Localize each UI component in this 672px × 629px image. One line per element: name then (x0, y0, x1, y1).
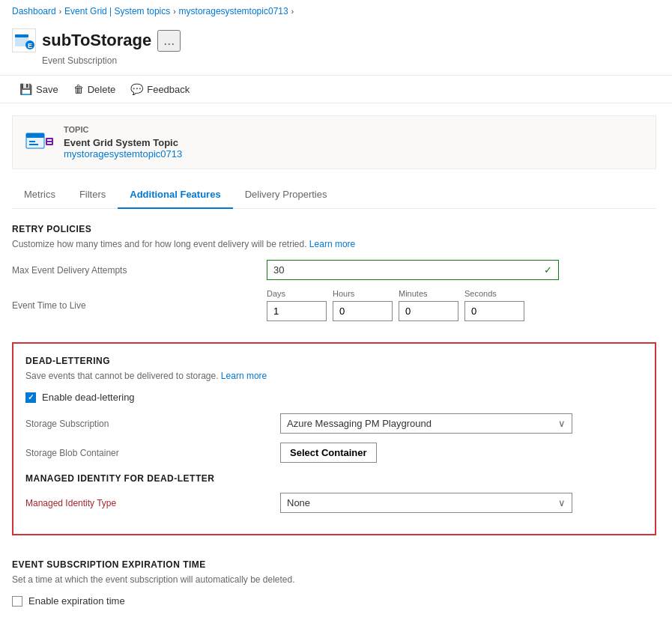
expiry-title: EVENT SUBSCRIPTION EXPIRATION TIME (12, 559, 656, 570)
dead-lettering-learn-more-link[interactable]: Learn more (221, 371, 267, 381)
svg-rect-7 (29, 144, 38, 145)
topic-card: TOPIC Event Grid System Topic mystorages… (12, 115, 656, 169)
expiry-desc: Set a time at which the event subscripti… (12, 574, 656, 585)
topic-link[interactable]: mystoragesystemtopic0713 (64, 148, 182, 159)
seconds-input[interactable] (464, 301, 524, 321)
retry-learn-more-link[interactable]: Learn more (309, 239, 355, 249)
svg-rect-9 (47, 139, 52, 141)
storage-subscription-select[interactable]: Azure Messaging PM Playground ∨ (280, 413, 572, 434)
tab-filters[interactable]: Filters (67, 181, 118, 209)
save-icon: 💾 (19, 83, 32, 95)
days-label: Days (267, 289, 327, 298)
storage-subscription-chevron-icon: ∨ (558, 418, 566, 429)
more-options-button[interactable]: ... (157, 30, 181, 52)
breadcrumb-chevron-3: › (291, 7, 294, 16)
max-attempts-label: Max Event Delivery Attempts (12, 265, 267, 276)
page-title: subToStorage (42, 31, 151, 50)
storage-blob-control: Select Container (280, 443, 643, 463)
delete-icon: 🗑 (73, 83, 84, 95)
storage-blob-label: Storage Blob Container (25, 448, 280, 458)
svg-rect-10 (47, 142, 52, 144)
managed-identity-chevron-icon: ∨ (558, 497, 566, 508)
breadcrumb-chevron-2: › (173, 7, 175, 16)
hours-input[interactable] (333, 301, 393, 321)
enable-dead-lettering-label[interactable]: Enable dead-lettering (42, 392, 135, 403)
max-attempts-control: 30 ✓ (267, 260, 656, 280)
svg-rect-6 (29, 141, 35, 142)
topic-label: TOPIC (64, 125, 182, 134)
storage-subscription-row: Storage Subscription Azure Messaging PM … (25, 413, 643, 434)
max-attempts-row: Max Event Delivery Attempts 30 ✓ (12, 260, 656, 280)
managed-identity-title: MANAGED IDENTITY FOR DEAD-LETTER (25, 473, 643, 484)
tabs: Metrics Filters Additional Features Deli… (12, 181, 656, 209)
svg-rect-1 (15, 34, 28, 37)
minutes-group: Minutes (399, 289, 458, 321)
hours-label: Hours (333, 289, 393, 298)
topic-icon-svg (25, 127, 55, 157)
dead-lettering-desc: Save events that cannot be delivered to … (25, 371, 643, 381)
delete-button[interactable]: 🗑 Delete (66, 80, 124, 98)
event-subscription-icon: E (13, 30, 34, 51)
enable-expiry-label[interactable]: Enable expiration time (28, 595, 125, 607)
topic-info: TOPIC Event Grid System Topic mystorages… (64, 125, 182, 159)
svg-text:E: E (28, 42, 32, 49)
checkbox-check-icon: ✓ (28, 393, 34, 401)
save-button[interactable]: 💾 Save (12, 80, 66, 98)
retry-policies-title: RETRY POLICIES (12, 224, 656, 234)
enable-expiry-row: Enable expiration time (12, 595, 656, 607)
ttl-control: Days Hours Minutes Seconds (267, 289, 656, 321)
toolbar: 💾 Save 🗑 Delete 💬 Feedback (0, 76, 672, 103)
storage-subscription-control: Azure Messaging PM Playground ∨ (280, 413, 643, 434)
minutes-label: Minutes (399, 289, 458, 298)
managed-identity-type-row: Managed Identity Type None ∨ (25, 493, 643, 513)
breadcrumb-topic[interactable]: mystoragesystemtopic0713 (179, 6, 288, 16)
managed-identity-type-select[interactable]: None ∨ (280, 493, 572, 513)
minutes-input[interactable] (399, 301, 458, 321)
svg-rect-5 (26, 133, 44, 138)
days-input[interactable] (267, 301, 327, 321)
enable-expiry-checkbox[interactable] (12, 596, 22, 607)
breadcrumb-dashboard[interactable]: Dashboard (12, 6, 56, 16)
feedback-icon: 💬 (130, 83, 143, 95)
ttl-label: Event Time to Live (12, 300, 267, 311)
hours-group: Hours (333, 289, 393, 321)
page-icon: E (12, 28, 36, 52)
enable-dead-lettering-row: ✓ Enable dead-lettering (25, 392, 643, 403)
content-area: TOPIC Event Grid System Topic mystorages… (0, 103, 672, 629)
topic-icon (25, 127, 55, 157)
max-attempts-select[interactable]: 30 ✓ (267, 260, 559, 280)
dead-lettering-section: DEAD-LETTERING Save events that cannot b… (12, 342, 656, 535)
page-header: E subToStorage ... Event Subscription (0, 22, 672, 76)
tab-additional-features[interactable]: Additional Features (118, 181, 232, 209)
seconds-group: Seconds (464, 289, 524, 321)
ttl-row: Event Time to Live Days Hours Minutes (12, 289, 656, 321)
managed-identity-type-control: None ∨ (280, 493, 643, 513)
storage-blob-row: Storage Blob Container Select Container (25, 443, 643, 463)
max-attempts-check-icon: ✓ (544, 264, 552, 276)
tab-metrics[interactable]: Metrics (12, 181, 67, 209)
enable-dead-lettering-checkbox[interactable]: ✓ (25, 392, 36, 403)
retry-policies-section: RETRY POLICIES Customize how many times … (12, 224, 656, 342)
dead-lettering-title: DEAD-LETTERING (25, 356, 643, 366)
page-subtitle: Event Subscription (42, 55, 660, 66)
seconds-label: Seconds (464, 289, 524, 298)
topic-name: Event Grid System Topic (64, 137, 182, 148)
days-group: Days (267, 289, 327, 321)
breadcrumb-chevron-1: › (59, 7, 61, 16)
breadcrumb: Dashboard › Event Grid | System topics ›… (0, 0, 672, 22)
select-container-button[interactable]: Select Container (280, 443, 377, 463)
tab-content: RETRY POLICIES Customize how many times … (12, 209, 656, 629)
svg-rect-8 (46, 138, 53, 145)
managed-identity-type-label: Managed Identity Type (25, 498, 280, 508)
tab-delivery-properties[interactable]: Delivery Properties (233, 181, 339, 209)
retry-policies-desc: Customize how many times and for how lon… (12, 239, 656, 249)
expiry-section: EVENT SUBSCRIPTION EXPIRATION TIME Set a… (12, 547, 656, 619)
breadcrumb-event-grid[interactable]: Event Grid | System topics (64, 6, 170, 16)
storage-subscription-label: Storage Subscription (25, 419, 280, 429)
feedback-button[interactable]: 💬 Feedback (123, 80, 197, 98)
ttl-time-inputs: Days Hours Minutes Seconds (267, 289, 656, 321)
